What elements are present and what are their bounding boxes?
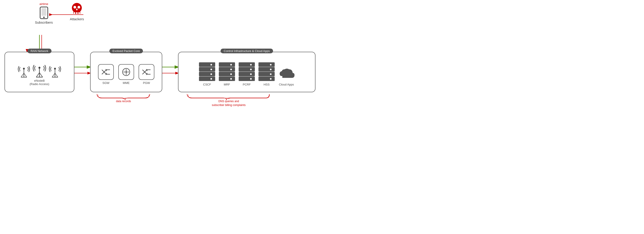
svg-point-41: [126, 71, 127, 73]
sgw-label: SGW: [102, 81, 109, 85]
server-unit: [219, 62, 235, 67]
server-unit: [199, 76, 215, 81]
mrf-wrap: MRF: [219, 62, 235, 86]
ctrl-annotation-text: DNS queries and subscriber billing compl…: [212, 99, 246, 107]
server-unit: [258, 76, 275, 81]
server-unit: [199, 62, 215, 67]
mme-label: MME: [123, 81, 130, 85]
pgw-wrap: PGW: [138, 64, 154, 85]
svg-marker-38: [126, 74, 127, 75]
cscf-wrap: CSCF: [199, 62, 215, 86]
server-unit: [199, 67, 215, 72]
server-unit: [239, 67, 255, 72]
diagram-container: airtime Subscribers Attackers RAN: [0, 0, 322, 117]
server-unit: [258, 62, 275, 67]
svg-line-17: [21, 73, 24, 77]
server-unit: [258, 67, 275, 72]
svg-point-29: [54, 68, 56, 69]
ctrl-box: Control Infrastructure & Cloud Apps CSCF: [178, 52, 316, 92]
ctrl-icons: CSCF MRF: [199, 62, 294, 86]
epc-box-label: Evolved Packet Core: [109, 49, 143, 53]
server-unit: [219, 72, 235, 76]
hss-wrap: HSS: [258, 62, 275, 86]
mrf-label: MRF: [224, 83, 230, 86]
tower-icon-2: [33, 63, 46, 78]
svg-marker-40: [128, 72, 129, 72]
cscf-label: CSCF: [203, 83, 211, 86]
epc-annotation: data records: [97, 94, 150, 103]
ran-icons: [18, 63, 61, 78]
server-unit: [219, 76, 235, 81]
phone-icon: [38, 6, 50, 19]
svg-line-22: [36, 73, 40, 77]
cscf-stack: [199, 62, 215, 81]
epc-bracket: [97, 94, 150, 99]
svg-line-23: [40, 73, 42, 77]
pgw-label: PGW: [143, 81, 150, 85]
svg-point-11: [76, 8, 78, 10]
mme-wrap: MME: [118, 64, 134, 85]
airtime-label: airtime: [40, 2, 48, 6]
pcrf-stack: [239, 62, 255, 81]
svg-marker-39: [123, 72, 124, 72]
svg-rect-5: [42, 8, 46, 16]
ctrl-box-content: CSCF MRF: [178, 57, 315, 92]
ran-box: RAN Network: [4, 52, 74, 92]
svg-line-27: [52, 73, 55, 77]
ctrl-bracket: [187, 94, 270, 99]
sgw-wrap: SGW: [98, 64, 114, 85]
svg-point-10: [78, 6, 80, 8]
pcrf-wrap: PCRF: [239, 62, 255, 86]
epc-annotation-text: data records: [116, 99, 131, 103]
epc-box-content: SGW: [90, 57, 162, 92]
hss-stack: [258, 62, 275, 81]
attacker-label: Attackers: [70, 17, 84, 21]
pcrf-label: PCRF: [243, 83, 250, 86]
svg-marker-37: [126, 69, 127, 70]
epc-box: Evolved Packet Core: [90, 52, 162, 92]
server-unit: [258, 72, 275, 76]
skull-icon: [70, 2, 83, 16]
hss-label: HSS: [264, 83, 270, 86]
cloud-icon: [278, 67, 294, 81]
mme-icon: [118, 64, 134, 80]
svg-point-6: [43, 17, 44, 18]
ctrl-annotation: DNS queries and subscriber billing compl…: [187, 94, 270, 107]
server-unit: [219, 67, 235, 72]
sgw-icon: [98, 64, 114, 80]
svg-rect-14: [78, 12, 80, 14]
svg-line-18: [24, 73, 27, 77]
ran-box-label: RAN Network: [28, 49, 52, 53]
attacker-area: Attackers: [70, 2, 84, 21]
ran-box-content: eNodeB (Radio Access): [5, 57, 74, 92]
svg-rect-12: [74, 12, 75, 14]
cloud-apps-label: Cloud Apps: [279, 83, 294, 86]
ctrl-box-label: Control Infrastructure & Cloud Apps: [220, 49, 273, 53]
server-unit: [239, 76, 255, 81]
server-unit: [239, 72, 255, 76]
server-unit: [199, 72, 215, 76]
tower-icon-1: [18, 64, 30, 78]
svg-rect-13: [76, 12, 78, 14]
subscriber-area: airtime Subscribers: [35, 2, 53, 24]
epc-icons: SGW: [98, 64, 154, 85]
ran-sublabel: eNodeB (Radio Access): [30, 79, 49, 86]
subscriber-label: Subscribers: [35, 20, 53, 24]
mrf-stack: [219, 62, 235, 81]
svg-line-28: [55, 73, 58, 77]
svg-point-24: [38, 67, 40, 69]
server-unit: [239, 62, 255, 67]
cloud-apps-wrap: Cloud Apps: [278, 67, 294, 86]
pgw-icon: [138, 64, 154, 80]
svg-point-9: [74, 6, 76, 8]
svg-point-19: [23, 68, 25, 69]
tower-icon-3: [49, 64, 61, 78]
